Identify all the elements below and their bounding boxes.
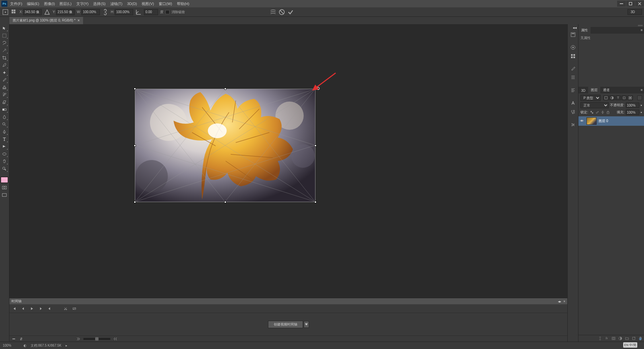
gradient-tool-icon[interactable]: [1, 106, 8, 113]
timeline-close-icon[interactable]: ×: [563, 300, 565, 303]
new-layer-icon[interactable]: [631, 336, 636, 341]
filter-toggle[interactable]: [637, 95, 642, 100]
properties-menu-icon[interactable]: ≡: [641, 28, 643, 32]
dock-expander-icon[interactable]: ◂◂: [573, 26, 577, 28]
blur-tool-icon[interactable]: [1, 114, 8, 120]
transform-handle-bl[interactable]: [134, 201, 136, 203]
crop-tool-icon[interactable]: [1, 54, 8, 61]
lock-transparent-icon[interactable]: [590, 110, 594, 115]
link-layers-icon[interactable]: [598, 336, 602, 341]
quickmask-icon[interactable]: [1, 185, 8, 190]
brush-tool-icon[interactable]: [1, 77, 8, 83]
create-timeline-button[interactable]: 创建视频时间轴: [268, 321, 303, 328]
timeline-transition-icon[interactable]: [72, 306, 77, 311]
lock-all-icon[interactable]: [606, 110, 610, 115]
timeline-first-frame-icon[interactable]: [12, 306, 17, 311]
history-panel-icon[interactable]: [569, 31, 577, 38]
marquee-tool-icon[interactable]: [1, 32, 8, 39]
transform-handle-ml[interactable]: [134, 145, 136, 147]
timeline-next-frame-icon[interactable]: [38, 306, 43, 311]
move-tool-icon[interactable]: [1, 25, 8, 32]
transform-handle-mr[interactable]: [314, 145, 316, 147]
filter-adjust-icon[interactable]: [609, 95, 615, 100]
timeline-options-icon[interactable]: [11, 337, 16, 341]
status-zoom[interactable]: 100%: [3, 344, 20, 347]
opacity-input[interactable]: [626, 103, 639, 108]
maximize-button[interactable]: [626, 1, 635, 7]
path-selection-tool-icon[interactable]: [1, 143, 8, 150]
layers-menu-icon[interactable]: ≡: [641, 88, 643, 92]
color-panel-icon[interactable]: [569, 44, 577, 51]
commit-transform-icon[interactable]: [287, 9, 294, 15]
antialias-checkbox[interactable]: [165, 10, 169, 14]
timeline-cut-icon[interactable]: [63, 306, 68, 311]
menu-edit[interactable]: 编辑(E): [25, 0, 41, 8]
fill-input[interactable]: [626, 110, 639, 115]
w-input[interactable]: [81, 9, 100, 15]
adjustment-layer-icon[interactable]: [618, 336, 622, 341]
menu-image[interactable]: 图像(I): [42, 0, 57, 8]
layer-item[interactable]: 图层 0: [578, 116, 644, 126]
menu-3d[interactable]: 3D(D): [125, 0, 139, 7]
filter-smart-icon[interactable]: [628, 95, 633, 100]
character-panel-icon[interactable]: [569, 100, 577, 107]
layer-name[interactable]: 图层 0: [599, 119, 608, 123]
canvas-image[interactable]: ⟲: [135, 89, 315, 202]
foreground-color[interactable]: [1, 177, 8, 183]
link-icon[interactable]: [102, 9, 109, 15]
layer-visibility-icon[interactable]: [580, 119, 584, 123]
swatches-panel-icon[interactable]: [569, 52, 577, 60]
lock-position-icon[interactable]: [600, 110, 605, 115]
layers-tab[interactable]: 图层: [588, 87, 600, 93]
opacity-dropdown-icon[interactable]: ▾: [641, 104, 642, 107]
eraser-tool-icon[interactable]: [1, 99, 8, 106]
timeline-play-icon[interactable]: [30, 306, 34, 311]
brush-panel-icon[interactable]: [569, 65, 577, 73]
filter-shape-icon[interactable]: [621, 95, 627, 100]
tab-close-icon[interactable]: ×: [77, 18, 80, 23]
grid-icon[interactable]: [11, 9, 17, 15]
timeline-prev-icon[interactable]: [47, 306, 52, 311]
canvas-viewport[interactable]: ⟲: [9, 24, 567, 298]
timeline-zoom-slider[interactable]: [83, 338, 110, 340]
menu-help[interactable]: 帮助(H): [175, 0, 191, 8]
x-input[interactable]: [23, 9, 42, 15]
warp-icon[interactable]: [270, 9, 276, 15]
panel-grip[interactable]: [638, 25, 643, 26]
delta-icon[interactable]: [44, 9, 50, 15]
menu-filter[interactable]: 滤镜(T): [108, 0, 124, 8]
reference-point-icon[interactable]: [2, 9, 9, 15]
magic-wand-tool-icon[interactable]: [1, 47, 8, 54]
menu-window[interactable]: 窗口(W): [157, 0, 174, 8]
shape-tool-icon[interactable]: [1, 151, 8, 157]
menu-select[interactable]: 选择(S): [91, 0, 108, 8]
y-input[interactable]: [56, 9, 75, 15]
healing-tool-icon[interactable]: [1, 69, 8, 76]
status-doc-info[interactable]: 文档:867.5 K/867.5K: [31, 343, 62, 348]
timeline-zoomin-icon[interactable]: [113, 337, 118, 341]
hand-tool-icon[interactable]: [1, 158, 8, 165]
timeline-collapse-icon[interactable]: ◂▸: [558, 300, 561, 303]
filter-pixel-icon[interactable]: [603, 95, 609, 100]
history-brush-tool-icon[interactable]: [1, 91, 8, 98]
layer-filter-select[interactable]: P 类型: [580, 95, 601, 101]
angle-input[interactable]: [144, 9, 158, 15]
timeline-zoomout-icon[interactable]: [76, 337, 81, 341]
menu-type[interactable]: 文字(Y): [74, 0, 91, 8]
transform-handle-bm[interactable]: [224, 201, 226, 203]
properties-tab[interactable]: 属性: [578, 27, 591, 34]
screenmode-icon[interactable]: [1, 192, 8, 198]
brush-presets-panel-icon[interactable]: [569, 74, 577, 81]
channels-tab[interactable]: 通道: [600, 87, 612, 93]
layer-thumbnail[interactable]: [586, 117, 597, 125]
paragraph-styles-panel-icon[interactable]: [569, 108, 577, 116]
fill-dropdown-icon[interactable]: ▾: [641, 111, 642, 114]
menu-view[interactable]: 视图(V): [140, 0, 156, 8]
menu-file[interactable]: 文件(F): [8, 0, 24, 8]
eyedropper-tool-icon[interactable]: [1, 62, 8, 69]
status-doc-menu-icon[interactable]: ▸: [66, 344, 67, 347]
timeline-convert-icon[interactable]: [19, 337, 24, 341]
create-timeline-dropdown[interactable]: [304, 321, 309, 328]
workspace-selector[interactable]: 3D: [628, 9, 642, 15]
layer-group-icon[interactable]: [624, 336, 629, 341]
